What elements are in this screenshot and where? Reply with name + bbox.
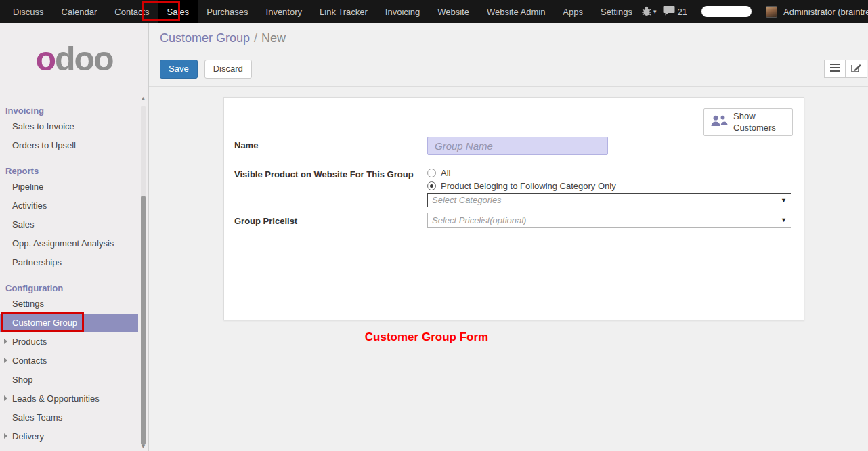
top-menu-invoicing[interactable]: Invoicing: [376, 0, 429, 23]
form-view-button[interactable]: [846, 60, 867, 78]
avatar: [766, 6, 777, 18]
radio-all[interactable]: All: [427, 168, 616, 178]
top-menu-discuss[interactable]: Discuss: [4, 0, 53, 23]
pricelist-placeholder: Select Pricelist(optional): [432, 215, 526, 226]
pricelist-select[interactable]: Select Pricelist(optional) ▼: [427, 213, 791, 228]
messages-menu-button[interactable]: 21: [663, 5, 687, 18]
expand-caret-icon: [4, 358, 7, 363]
sidebar-item-settings[interactable]: Settings: [0, 295, 148, 314]
top-menu-website-admin[interactable]: Website Admin: [478, 0, 554, 23]
user-menu[interactable]: Administrator (braintree): [783, 7, 868, 17]
scrollbar-thumb[interactable]: [141, 196, 146, 445]
sidebar-item-delivery[interactable]: Delivery: [0, 427, 148, 446]
list-view-icon: [830, 64, 840, 74]
sidebar-item-products[interactable]: Products: [0, 332, 148, 351]
list-view-button[interactable]: [824, 60, 846, 78]
top-menu-website[interactable]: Website: [429, 0, 478, 23]
show-customers-button[interactable]: Show Customers: [703, 108, 793, 136]
sidebar-item-leads-opportunities[interactable]: Leads & Opportunities: [0, 389, 148, 408]
top-menu-contacts[interactable]: Contacts: [106, 0, 158, 23]
top-menu: Discuss Calendar Contacts Sales Purchase…: [0, 0, 641, 23]
top-menu-calendar[interactable]: Calendar: [53, 0, 106, 23]
form-sheet: Show Customers Name Visible Product on W…: [223, 97, 804, 320]
categories-label-spacer: [234, 193, 427, 207]
expand-caret-icon: [4, 433, 7, 439]
logo-rest: doo: [55, 40, 113, 78]
group-pricelist-label: Group Pricelist: [234, 213, 427, 228]
sidebar-item-label: Leads & Opportunities: [12, 393, 100, 404]
messages-count: 21: [678, 7, 687, 17]
sidebar-item-partnerships[interactable]: Partnerships: [0, 253, 148, 272]
categories-select[interactable]: Select Categories ▼: [427, 193, 791, 207]
customers-group-icon: [710, 114, 728, 131]
sidebar-item-contacts[interactable]: Contacts: [0, 351, 148, 370]
form-fields: Name Visible Product on Website For This…: [234, 137, 794, 228]
sidebar-item-shop[interactable]: Shop: [0, 370, 148, 389]
top-menu-purchases[interactable]: Purchases: [198, 0, 257, 23]
radio-button-icon: [427, 169, 436, 177]
top-menu-inventory[interactable]: Inventory: [257, 0, 311, 23]
breadcrumb-customer-group[interactable]: Customer Group: [160, 31, 250, 45]
radio-button-checked-icon: [427, 181, 436, 190]
sidebar-item-customer-group[interactable]: Customer Group: [0, 314, 138, 332]
group-name-input[interactable]: [427, 137, 608, 155]
systray-pill-widget[interactable]: [701, 6, 752, 17]
save-button[interactable]: Save: [160, 60, 198, 79]
sidebar-item-sales[interactable]: Sales: [0, 215, 148, 234]
breadcrumb-separator: /: [254, 31, 257, 45]
top-menu-sales[interactable]: Sales: [158, 0, 198, 23]
expand-caret-icon: [4, 395, 7, 401]
sidebar-section-invoicing: Invoicing: [0, 106, 148, 116]
logo-letter: o: [35, 40, 55, 78]
sidebar-item-opp-assignment-analysis[interactable]: Opp. Assignment Analysis: [0, 234, 148, 253]
name-label: Name: [234, 137, 427, 155]
view-switcher: [824, 60, 867, 78]
top-navbar: Discuss Calendar Contacts Sales Purchase…: [0, 0, 868, 23]
breadcrumb-new: New: [261, 31, 286, 45]
sidebar-item-pipeline[interactable]: Pipeline: [0, 177, 148, 196]
sidebar-item-sales-teams[interactable]: Sales Teams: [0, 408, 148, 427]
chat-bubble-icon: [663, 5, 675, 18]
sidebar-item-label: Delivery: [12, 431, 44, 442]
top-menu-apps[interactable]: Apps: [554, 0, 592, 23]
expand-caret-icon: [4, 339, 7, 344]
scrollbar-up-arrow[interactable]: ▲: [140, 95, 146, 102]
scrollbar-down-arrow[interactable]: ▼: [140, 443, 146, 450]
bug-icon: [641, 6, 652, 18]
sidebar: odoo Invoicing Sales to Invoice Orders t…: [0, 23, 149, 451]
breadcrumb: Customer Group/New: [160, 31, 286, 45]
categories-placeholder: Select Categories: [432, 195, 502, 205]
control-panel: Customer Group/New Save Discard: [149, 23, 868, 87]
radio-all-label: All: [441, 168, 450, 178]
visible-product-radio-group: All Product Beloging to Following Catego…: [427, 166, 616, 191]
show-customers-label: Show Customers: [733, 111, 786, 134]
discard-button[interactable]: Discard: [204, 60, 252, 79]
dropdown-caret-icon: ▼: [781, 217, 787, 223]
top-menu-settings[interactable]: Settings: [592, 0, 641, 23]
chevron-down-icon: ▾: [653, 8, 657, 15]
sidebar-item-label: Products: [12, 337, 47, 347]
sidebar-section-reports: Reports: [0, 166, 148, 176]
systray: ▾ 21 Administrator (braintree): [641, 0, 868, 23]
sidebar-item-sales-to-invoice[interactable]: Sales to Invoice: [0, 117, 148, 136]
top-menu-link-tracker[interactable]: Link Tracker: [311, 0, 376, 23]
sidebar-item-activities[interactable]: Activities: [0, 196, 148, 215]
main-area: Customer Group/New Save Discard: [149, 23, 868, 451]
edit-pencil-icon: [851, 63, 861, 74]
sidebar-item-orders-to-upsell[interactable]: Orders to Upsell: [0, 136, 148, 155]
radio-category-only[interactable]: Product Beloging to Following Category O…: [427, 181, 616, 191]
dropdown-caret-icon: ▼: [781, 197, 787, 204]
visible-product-label: Visible Product on Website For This Grou…: [234, 166, 427, 191]
debug-menu-button[interactable]: ▾: [641, 6, 657, 18]
sidebar-item-label: Contacts: [12, 356, 47, 366]
control-panel-buttons: Save Discard: [160, 60, 252, 79]
sidebar-section-configuration: Configuration: [0, 283, 148, 293]
radio-category-label: Product Beloging to Following Category O…: [441, 181, 616, 191]
odoo-logo[interactable]: odoo: [0, 23, 148, 95]
